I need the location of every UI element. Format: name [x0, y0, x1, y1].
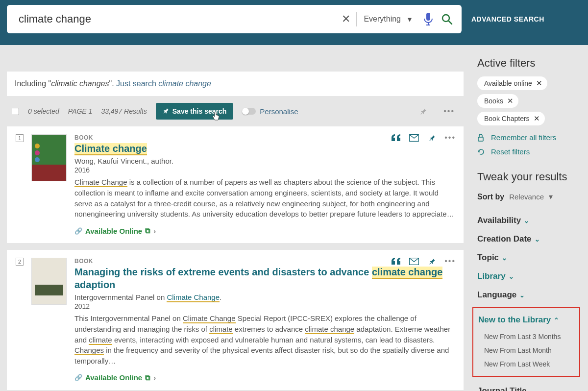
facet-library[interactable]: Library⌄ — [477, 267, 581, 286]
filter-chip[interactable]: Books✕ — [477, 94, 518, 108]
pin-icon — [163, 108, 170, 115]
facet-option[interactable]: New From Last Month — [478, 343, 574, 357]
sidebar: Active filters Available online✕ Books✕ … — [470, 45, 588, 391]
filter-chip[interactable]: Book Chapters✕ — [477, 112, 545, 125]
chevron-right-icon: › — [153, 227, 156, 235]
chevron-down-icon: ▾ — [549, 192, 553, 201]
quote-icon[interactable] — [392, 258, 400, 265]
result-description: Climate Change is a collection of a numb… — [74, 177, 455, 220]
personalise-toggle[interactable]: Personalise — [242, 107, 298, 116]
chevron-down-icon: ⌄ — [519, 292, 525, 299]
page-info: PAGE 1 — [68, 107, 93, 115]
facet-new-to-library-box: New to the Library⌃ New From Last 3 Mont… — [472, 307, 580, 377]
clear-search-icon[interactable]: ✕ — [336, 13, 356, 25]
results-toolbar: 0 selected PAGE 1 33,497 Results Save th… — [0, 96, 470, 126]
remove-chip-icon[interactable]: ✕ — [507, 97, 514, 105]
remember-filters-link[interactable]: Remember all filters — [477, 132, 581, 143]
just-search-link[interactable]: Just search climate change — [116, 79, 211, 88]
lock-icon — [477, 134, 486, 142]
more-icon[interactable]: ••• — [444, 257, 456, 266]
sort-value: Relevance — [509, 193, 544, 201]
reset-filters-link[interactable]: Reset filters — [477, 147, 581, 157]
external-link-icon: ⧉ — [145, 226, 150, 235]
chevron-down-icon: ⌄ — [509, 273, 514, 280]
result-actions: ••• — [392, 133, 456, 142]
result-title[interactable]: Managing the risks of extreme events and… — [74, 266, 455, 291]
svg-line-1 — [448, 21, 452, 24]
expansion-prefix: Including " — [15, 79, 51, 88]
external-link-icon: ⧉ — [145, 373, 150, 382]
advanced-search-link[interactable]: ADVANCED SEARCH — [471, 15, 544, 23]
results-column: Including "climatic changes". Just searc… — [0, 45, 470, 391]
chevron-up-icon: ⌃ — [554, 317, 559, 324]
link-icon: 🔗 — [74, 374, 82, 381]
filter-chip[interactable]: Available online✕ — [477, 76, 547, 90]
facet-journal-title[interactable]: Journal Title⌄ — [477, 382, 581, 391]
expansion-term: climatic changes — [51, 79, 109, 88]
result-author: Intergovernmental Panel on Climate Chang… — [74, 293, 455, 301]
result-item: 2 BOOK Managing the risks of extreme eve… — [7, 250, 464, 390]
result-title[interactable]: Climate change — [74, 142, 455, 155]
result-number: 1 — [16, 134, 24, 142]
chevron-down-icon: ⌄ — [502, 254, 507, 262]
chevron-down-icon: ⌄ — [535, 236, 540, 243]
chevron-down-icon: ⌄ — [530, 388, 535, 391]
facet-option[interactable]: New From Last 3 Months — [478, 330, 574, 343]
link-icon: 🔗 — [74, 227, 82, 235]
facet-option[interactable]: New From Last Week — [478, 357, 574, 371]
result-item: 1 BOOK Climate change Wong, Kaufui Vince… — [7, 126, 464, 243]
chevron-right-icon: › — [153, 373, 156, 382]
result-description: This Intergovernmental Panel on Climate … — [74, 313, 455, 367]
facet-language[interactable]: Language⌄ — [477, 286, 581, 304]
cursor-pointer-icon — [212, 112, 220, 122]
save-search-button[interactable]: Save this search — [156, 103, 234, 120]
facet-new-to-library[interactable]: New to the Library⌃ — [478, 313, 574, 330]
result-count: 33,497 Results — [101, 107, 147, 115]
result-year: 2012 — [74, 302, 455, 310]
email-icon[interactable] — [409, 134, 419, 142]
pin-icon[interactable] — [428, 257, 436, 265]
chevron-down-icon: ⌄ — [524, 217, 529, 224]
remove-chip-icon[interactable]: ✕ — [536, 79, 542, 88]
select-all-checkbox[interactable] — [12, 108, 19, 115]
pin-all-icon[interactable] — [415, 107, 431, 115]
more-actions-icon[interactable]: ••• — [440, 107, 459, 116]
pin-icon[interactable] — [428, 134, 436, 142]
tweak-results-heading: Tweak your results — [477, 171, 581, 183]
result-number: 2 — [16, 258, 24, 266]
result-author: Wong, Kaufui Vincent., author. — [74, 157, 455, 165]
facet-creation-date[interactable]: Creation Date⌄ — [477, 230, 581, 248]
sort-by-row[interactable]: Sort by Relevance ▾ — [477, 192, 581, 201]
result-year: 2016 — [74, 166, 455, 174]
expansion-suffix: ". — [109, 79, 116, 88]
result-actions: ••• — [392, 257, 456, 266]
sort-label: Sort by — [477, 193, 504, 201]
query-expansion-bar: Including "climatic changes". Just searc… — [7, 72, 464, 96]
remove-chip-icon[interactable]: ✕ — [534, 114, 540, 123]
email-icon[interactable] — [409, 258, 419, 265]
microphone-icon[interactable] — [418, 13, 438, 25]
search-box: ✕ Everything ▾ — [7, 5, 462, 33]
scope-label: Everything — [364, 15, 401, 24]
toggle-switch[interactable] — [242, 108, 256, 115]
selected-count: 0 selected — [28, 107, 59, 115]
svg-rect-5 — [478, 137, 483, 141]
search-scope-dropdown[interactable]: Everything ▾ — [357, 15, 418, 24]
available-online-link[interactable]: 🔗 Available Online ⧉ › — [74, 373, 455, 382]
search-header: ✕ Everything ▾ ADVANCED SEARCH — [0, 0, 588, 45]
main-content: Including "climatic changes". Just searc… — [0, 45, 588, 391]
active-filters-heading: Active filters — [477, 57, 581, 70]
filter-chips: Available online✕ Books✕ Book Chapters✕ — [477, 76, 581, 125]
result-thumbnail[interactable] — [31, 258, 67, 305]
search-input[interactable] — [13, 13, 336, 25]
quote-icon[interactable] — [392, 134, 400, 141]
available-online-link[interactable]: 🔗 Available Online ⧉ › — [74, 226, 455, 235]
result-thumbnail[interactable] — [31, 134, 67, 181]
chevron-down-icon: ▾ — [408, 15, 412, 24]
facet-topic[interactable]: Topic⌄ — [477, 248, 581, 267]
search-icon[interactable] — [438, 13, 456, 25]
more-icon[interactable]: ••• — [444, 133, 456, 142]
facet-availability[interactable]: Availability⌄ — [477, 211, 581, 230]
reset-icon — [477, 148, 486, 156]
